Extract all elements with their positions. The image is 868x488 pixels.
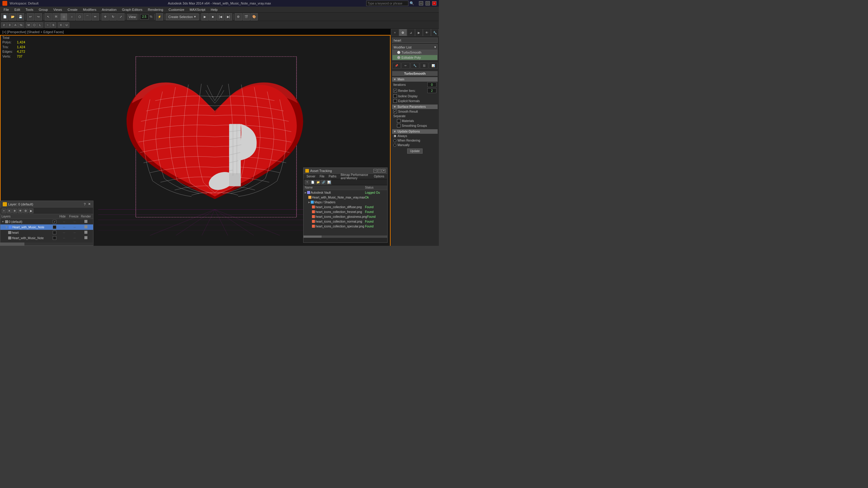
asset-btn2[interactable]: 📄 [310,180,315,185]
play-btn[interactable]: ▶ [201,13,209,21]
new-btn[interactable]: 📄 [1,13,8,21]
maximize-button[interactable]: □ [426,1,430,5]
render-iters-input[interactable] [427,88,436,93]
menu-file[interactable]: File [1,7,11,12]
modifier-search-input[interactable] [392,38,438,43]
menu-graph-editors[interactable]: Graph Editors [120,7,145,12]
asset-menu-options[interactable]: Options [372,174,386,178]
menu-edit[interactable]: Edit [12,7,23,12]
select-paint-btn[interactable]: ✏ [92,13,99,21]
next-frame-btn[interactable]: ▶| [225,13,232,21]
editable-poly-modifier[interactable]: Editable Poly [392,55,438,60]
render-iters-checkbox[interactable] [393,89,397,93]
redo-btn[interactable]: ↪ [35,13,42,21]
schematic-btn[interactable]: S [51,22,56,28]
utilities-tab[interactable]: 🔧 [431,29,439,36]
chart-button[interactable]: 📊 [429,63,438,69]
asset-btn4[interactable]: 🔗 [321,180,326,185]
asset-menu-file[interactable]: File [318,174,326,178]
pin-button[interactable]: 📌 [392,63,401,69]
layer-row-heart-note[interactable]: Heart_with_Music_Note ─ ─ [0,235,93,241]
create-selection-button[interactable]: Create Selection ▾ [166,13,198,20]
explicit-normals-checkbox[interactable] [393,99,397,103]
utilities-btn[interactable]: U [64,22,69,28]
asset-btn3[interactable]: 📁 [315,180,320,185]
layers-close-btn[interactable]: ✕ [88,202,91,206]
menu-modifiers[interactable]: Modifiers [81,7,99,12]
asset-minimize-btn[interactable]: ─ [373,169,377,173]
menu-animation[interactable]: Animation [99,7,119,12]
asset-row-diffuse[interactable]: heart_icons_collection_diffuse.png Found [304,204,387,209]
layers-help-btn[interactable]: ? [84,202,86,206]
asset-row-fresnel[interactable]: heart_icons_collection_fresnel.png Found [304,209,387,214]
asset-btn1[interactable]: ? [305,180,310,185]
layer-check-heart-note[interactable] [53,236,56,240]
move-btn[interactable]: ✛ [101,13,109,21]
menu-tools[interactable]: Tools [23,7,36,12]
layers-hide-all-btn[interactable]: 👁 [18,208,23,213]
menu-customize[interactable]: Customize [166,7,187,12]
manually-radio[interactable] [393,144,396,147]
always-radio[interactable] [393,135,396,138]
save-btn[interactable]: 💾 [17,13,24,21]
asset-row-gloss[interactable]: heart_icons_collection_glossiness.png Fo… [304,214,387,219]
snap-3d-btn[interactable]: 3 [7,22,12,28]
scale-btn[interactable]: ⤢ [117,13,124,21]
menu-group[interactable]: Group [36,7,50,12]
select-name-btn[interactable]: H [53,13,60,21]
when-rendering-radio[interactable] [393,139,396,142]
snap-toggle[interactable]: ⚡ [156,13,163,21]
mirror-btn[interactable]: M [26,22,31,28]
surface-params-title[interactable]: ▼ Surface Parameters [392,104,438,109]
angle-snap-btn[interactable]: A [13,22,18,28]
asset-row-normal[interactable]: heart_icons_collection_normal.png Found [304,219,387,224]
select-lasso-btn[interactable]: ⌒ [84,13,91,21]
menu-maxscript[interactable]: MAXScript [187,7,208,12]
hierarchy-tab[interactable]: ⊿ [407,29,415,36]
layer-check-heart-music[interactable] [53,225,56,229]
create-tab[interactable]: + [391,29,399,36]
motion-tab[interactable]: ▶ [415,29,423,36]
material-editor-btn[interactable]: 🎨 [250,13,258,21]
asset-close-btn[interactable]: ✕ [382,169,385,173]
menu-rendering[interactable]: Rendering [146,7,166,12]
align-btn[interactable]: ⬡ [32,22,37,28]
layers-freeze-all-btn[interactable]: ❄ [12,208,17,213]
select-circle-btn[interactable]: ○ [68,13,75,21]
asset-row-max-file[interactable]: Heart_with_Music_Note_max_vray.max Ok [304,195,387,200]
layers-expand-btn[interactable]: ▶ [29,208,33,213]
rotate-btn[interactable]: ↻ [110,13,117,21]
xform-btn[interactable]: X [58,22,64,28]
render-btn[interactable]: 🎬 [243,13,250,21]
display-tab[interactable]: 👁 [423,29,431,36]
chain-button[interactable]: ⛓ [420,63,429,69]
layers-title-bar[interactable]: Layer: 0 (default) ? ✕ [0,201,93,207]
wrench-button[interactable]: 🔧 [410,63,419,69]
turbosmooth-modifier[interactable]: TurboSmooth [392,50,438,55]
menu-views[interactable]: Views [51,7,64,12]
update-options-title[interactable]: ▼ Update Options [392,129,438,134]
stop-btn[interactable]: ■ [209,13,216,21]
layer-row-heart[interactable]: heart ─ ─ [0,230,93,235]
minimize-button[interactable]: ─ [419,1,423,5]
modifier-list-header[interactable]: Modifier List ▾ [392,44,438,50]
asset-row-maps[interactable]: ▶ Maps / Shaders [304,200,387,204]
menu-create[interactable]: Create [65,7,80,12]
asset-row-specular[interactable]: heart_icons_collection_specular.png Foun… [304,224,387,229]
layers-horizontal-scrollbar[interactable] [0,242,94,246]
open-btn[interactable]: 📂 [9,13,16,21]
layers-delete-btn[interactable]: ✕ [7,208,12,213]
asset-maximize-btn[interactable]: □ [378,169,381,173]
asset-btn5[interactable]: 📊 [327,180,331,185]
select-rect-btn[interactable]: □ [60,13,67,21]
close-button[interactable]: ✕ [432,1,436,5]
asset-horizontal-scrollbar[interactable] [304,235,387,238]
prev-frame-btn[interactable]: |◀ [217,13,224,21]
edit-button[interactable]: ✏ [401,63,410,69]
modify-tab[interactable]: ⚙ [399,29,407,36]
main-section-title[interactable]: ▼ Main [392,77,438,82]
layers-new-btn[interactable]: + [1,208,6,213]
curve-editor-btn[interactable]: ~ [45,22,50,28]
layers-settings-btn[interactable]: ⚙ [23,208,28,213]
layer-row-heart-music[interactable]: ▼ Heart_with_Music_Note ─ ─ [0,224,93,230]
